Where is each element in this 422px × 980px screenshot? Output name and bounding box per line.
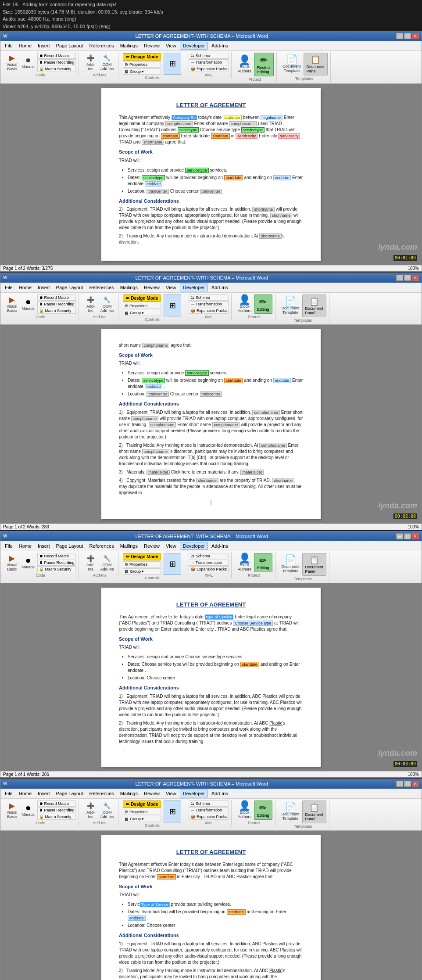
field-comphoname-equip2[interactable]: comphoname [131,416,159,421]
title-controls-3[interactable]: ─ □ ✕ [396,533,419,539]
com-btn-3[interactable]: 🔧 COMAdd-Ins [98,553,115,572]
close-btn-4[interactable]: ✕ [412,781,419,787]
menu-home-2[interactable]: Home [16,284,34,291]
field-traincenter1[interactable]: traincenter [147,189,169,194]
field-servicetype1[interactable]: servicetype [241,127,265,133]
visual-basic-btn-1[interactable]: ▶ VisualBasic [5,53,19,72]
menu-view-3[interactable]: View [163,542,179,549]
title-controls-1[interactable]: ─ □ ✕ [396,33,419,39]
restrict-btn-3[interactable]: ✏ Editing [254,553,272,572]
field-startdate-list-4[interactable]: startdate [227,909,246,915]
menu-mailings-3[interactable]: Mailings [118,542,140,549]
menu-home-3[interactable]: Home [16,542,34,549]
expansion-btn-4[interactable]: 📦 Expansion Packs [189,814,229,820]
menu-review-2[interactable]: Review [141,284,162,291]
group-btn-3[interactable]: ▦ Group ▾ [123,568,161,574]
group-btn-1[interactable]: ▦ Group ▾ [123,68,161,75]
menu-references-1[interactable]: References [86,42,116,49]
field-materialdat1[interactable]: materialdat [147,470,170,475]
schema-btn-4[interactable]: 🗂 Schema [189,801,229,807]
menu-developer-4[interactable]: Developer [180,790,208,797]
field-startdate-3[interactable]: startdate [240,662,259,667]
menu-mailings-2[interactable]: Mailings [118,284,140,291]
design-mode-btn-3[interactable]: ✏ Design Mode [123,553,161,560]
doc-panel-btn-4[interactable]: 📋 DocumentPanel [302,801,326,823]
doc-panel-btn-1[interactable]: 📋 DocumentPanel [304,53,328,75]
addins-btn-1[interactable]: ➕ Add-Ins [83,53,97,72]
group-btn-2[interactable]: ▦ Group ▾ [123,310,161,316]
transf-btn-4[interactable]: ↔ Transformation [189,807,229,813]
field-shortname-proj[interactable]: shortname [270,213,293,218]
field-servicetype-dates[interactable]: servicetype [142,175,165,180]
field-chooseservice-3[interactable]: Choose Service type [233,621,273,626]
macros-btn-2[interactable]: ⏺ Macros [20,297,36,312]
field-materialdat2[interactable]: materialdat [240,470,264,475]
macros-btn-3[interactable]: ⏺ Macros [20,555,36,570]
menu-home-1[interactable]: Home [16,42,34,49]
menu-developer-2[interactable]: Developer [180,284,208,291]
vb-btn-4[interactable]: ▶ VisualBasic [5,801,19,820]
menu-insert-2[interactable]: Insert [35,284,53,291]
field-comphoname1[interactable]: comphoname [165,121,193,126]
doc-template-btn-4[interactable]: 📄 DocumentTemplate [280,802,301,822]
menu-pagelayout-2[interactable]: Page Layout [54,284,86,291]
minimize-btn-1[interactable]: ─ [396,33,403,39]
menu-review-1[interactable]: Review [141,42,162,49]
menu-home-4[interactable]: Home [16,790,34,797]
design-mode-btn-2[interactable]: ✏ Design Mode [123,294,161,302]
visual-basic-btn-2[interactable]: ▶ VisualBasic [5,294,19,314]
vb-btn-3[interactable]: ▶ VisualBasic [5,553,19,572]
menu-references-3[interactable]: References [86,542,116,549]
field-comphoname-train2[interactable]: comphoname [142,449,170,454]
field-traincenter2-2[interactable]: traincenter [200,391,222,397]
schema-btn-3[interactable]: 🗂 Schema [189,553,229,559]
field-comphoname-equip[interactable]: comphoname [252,410,280,415]
menu-addins-3[interactable]: Add-Ins [209,542,231,549]
title-controls-4[interactable]: ─ □ ✕ [396,781,419,787]
design-mode-btn-4[interactable]: ✏ Design Mode [123,801,161,808]
maximize-btn-4[interactable]: □ [404,781,411,787]
block-btn-3[interactable]: 👤 BlockAuthors [236,553,253,572]
close-btn-2[interactable]: ✕ [412,275,419,281]
menu-insert-1[interactable]: Insert [35,42,53,49]
macro-security-btn-2[interactable]: 🔒 Macro Security [37,308,76,314]
field-startdate3[interactable]: startdate [211,133,230,139]
properties-btn-1[interactable]: ⚙ Properties [123,61,161,68]
doc-panel-btn-3[interactable]: 📋 DocumentPanel [302,553,326,576]
menu-view-2[interactable]: View [163,284,179,291]
menu-references-4[interactable]: References [86,790,116,797]
field-enddate2-2[interactable]: enddate [145,384,163,389]
com-btn-4[interactable]: 🔧 COMAdd-Ins [98,801,115,820]
group-btn-4[interactable]: ▦ Group ▾ [123,816,161,822]
menu-view-1[interactable]: View [163,42,179,49]
field-startdate-2[interactable]: startdate [224,378,243,383]
menu-pagelayout-1[interactable]: Page Layout [54,42,86,49]
pause-recording-btn-2[interactable]: ⏸ Pause Recording [37,301,76,307]
properties-btn-2[interactable]: ⚙ Properties [123,303,161,309]
menu-insert-4[interactable]: Insert [35,790,53,797]
security-btn-4[interactable]: 🔒 Macro Security [37,814,76,820]
field-servicecity1[interactable]: servicecity [236,133,257,139]
maximize-btn-3[interactable]: □ [404,533,411,539]
field-servictype1[interactable]: servictype [178,127,199,133]
minimize-btn-4[interactable]: ─ [396,781,403,787]
minimize-btn-3[interactable]: ─ [396,533,403,539]
field-shortname-equip[interactable]: shortname [252,207,275,212]
expansion-btn-3[interactable]: 📦 Expansion Packs [189,566,229,572]
field-enddate-2[interactable]: enddate [273,378,291,383]
close-btn-1[interactable]: ✕ [412,33,419,39]
com-btn-2[interactable]: 🔧 COMAdd-Ins [98,294,115,314]
pause-btn-4[interactable]: ⏸ Pause Recording [37,807,76,813]
menu-pagelayout-3[interactable]: Page Layout [54,542,86,549]
menu-addins-4[interactable]: Add-Ins [209,790,231,797]
field-comphoname-prefix[interactable]: comphoname [142,343,170,348]
close-btn-3[interactable]: ✕ [412,533,419,539]
menu-mailings-1[interactable]: Mailings [118,42,140,49]
design-mode-btn-1[interactable]: ✏ Design Mode [123,53,161,61]
field-traincenter-2[interactable]: traincenter [147,391,169,397]
field-comphoname-proj2[interactable]: comphoname [212,422,240,427]
doc-template-btn-1[interactable]: 📄 DocumentTemplate [281,54,303,74]
transformation-btn-1[interactable]: ↔ Transformation [189,59,229,65]
block-authors-btn-1[interactable]: 👤 BlockAuthors [236,55,253,74]
field-enddate2[interactable]: enddate [145,181,163,187]
